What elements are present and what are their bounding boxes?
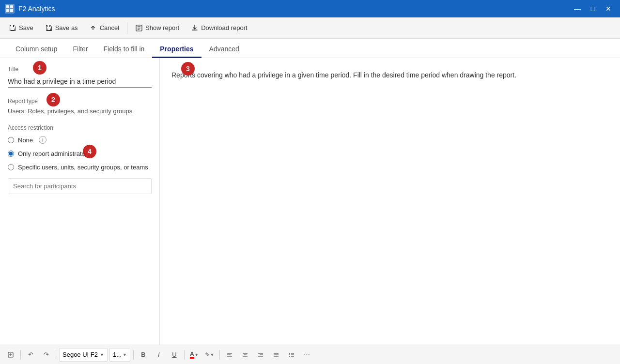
title-label: Title [8, 66, 152, 73]
download-icon [191, 24, 199, 32]
insert-button[interactable] [4, 348, 17, 362]
title-field-group: 1 Title [8, 66, 152, 88]
show-report-label: Show report [145, 24, 179, 31]
radio-admin-item: 4 Only report administrators [8, 150, 152, 158]
app-title: F2 Analytics [18, 5, 55, 13]
list-button[interactable] [285, 348, 298, 362]
svg-point-27 [289, 356, 290, 357]
access-restriction-group: Access restriction None i 4 [8, 124, 152, 194]
svg-point-23 [289, 353, 290, 354]
report-type-value: Users: Roles, privileges, and security g… [8, 107, 152, 115]
tab-advanced[interactable]: Advanced [202, 41, 247, 58]
tab-column-setup[interactable]: Column setup [8, 41, 65, 58]
radio-none-label: None [18, 136, 33, 145]
redo-button[interactable]: ↷ [39, 348, 53, 362]
save-as-icon [45, 24, 53, 32]
align-center-button[interactable] [238, 348, 252, 362]
title-bar-left: F2 Analytics [5, 4, 55, 14]
save-icon [9, 24, 16, 32]
close-button[interactable]: ✕ [602, 2, 615, 15]
radio-specific-input[interactable] [8, 164, 14, 170]
toolbar: Save Save as Cancel Show report Download… [0, 17, 620, 39]
title-bar: F2 Analytics — □ ✕ [0, 0, 620, 17]
report-type-field-group: 2 Report type Users: Roles, privileges, … [8, 98, 152, 115]
font-color-chevron-icon: ▼ [194, 352, 199, 357]
align-left-button[interactable] [223, 348, 236, 362]
badge-3: 3 [181, 62, 195, 76]
radio-group: None i 4 Only report administrators [8, 136, 152, 172]
undo-button[interactable]: ↶ [24, 348, 37, 362]
radio-specific-item: Specific users, units, security groups, … [8, 163, 152, 172]
bottom-toolbar: ↶ ↷ Segoe UI F2 ▼ 1... ▼ B I U A ▼ ✎ ▼ ⋯ [0, 345, 620, 364]
toolbar-separator [127, 22, 127, 34]
more-button[interactable]: ⋯ [300, 348, 314, 362]
search-participants-input[interactable] [8, 178, 152, 194]
right-panel: 3 Reports covering who had a privilege i… [160, 58, 620, 345]
left-panel: 1 Title 2 Report type Users: Roles, priv… [0, 58, 160, 345]
svg-rect-0 [6, 5, 9, 8]
underline-button[interactable]: U [168, 348, 181, 362]
report-type-label: Report type [8, 98, 152, 105]
badge-2: 2 [46, 93, 60, 106]
tab-filter[interactable]: Filter [65, 41, 95, 58]
minimize-button[interactable]: — [571, 2, 584, 15]
maximize-button[interactable]: □ [586, 2, 600, 15]
cancel-button[interactable]: Cancel [85, 20, 124, 36]
bottom-sep-5 [219, 350, 220, 360]
title-bar-controls: — □ ✕ [571, 2, 615, 15]
cancel-label: Cancel [100, 24, 119, 31]
size-chevron-icon: ▼ [123, 352, 127, 357]
badge-1: 1 [33, 61, 46, 75]
font-color-icon: A [190, 351, 194, 359]
radio-admin-label: Only report administrators [18, 150, 91, 158]
tab-fields-to-fill-in[interactable]: Fields to fill in [96, 41, 153, 58]
font-name: Segoe UI F2 [62, 351, 98, 358]
justify-button[interactable] [269, 348, 283, 362]
badge-4: 4 [83, 145, 96, 158]
font-size-selector[interactable]: 1... ▼ [109, 348, 130, 362]
highlight-button[interactable]: ✎ ▼ [203, 348, 217, 362]
font-chevron-icon: ▼ [100, 352, 104, 357]
save-as-button[interactable]: Save as [40, 20, 83, 36]
tab-bar: Column setup Filter Fields to fill in Pr… [0, 39, 620, 58]
download-report-button[interactable]: Download report [186, 20, 252, 36]
align-right-button[interactable] [254, 348, 267, 362]
svg-rect-3 [10, 9, 13, 12]
save-button[interactable]: Save [4, 20, 38, 36]
highlight-icon: ✎ [205, 351, 210, 358]
bottom-sep-4 [184, 350, 185, 360]
radio-admin-input[interactable] [8, 151, 14, 157]
access-restriction-label: Access restriction [8, 124, 152, 131]
bottom-sep-2 [56, 350, 56, 360]
tab-properties[interactable]: Properties [152, 41, 201, 58]
save-label: Save [19, 24, 33, 31]
font-size: 1... [113, 351, 122, 358]
cancel-icon [90, 24, 97, 32]
radio-none-input[interactable] [8, 137, 14, 143]
radio-none-item: None i [8, 136, 152, 145]
app-icon [5, 4, 15, 14]
bottom-sep-1 [20, 350, 21, 360]
none-info-icon[interactable]: i [39, 136, 46, 144]
radio-specific-label: Specific users, units, security groups, … [18, 163, 148, 172]
main-content: 1 Title 2 Report type Users: Roles, priv… [0, 58, 620, 345]
font-color-button[interactable]: A ▼ [187, 348, 201, 362]
show-report-button[interactable]: Show report [130, 20, 184, 36]
save-as-label: Save as [55, 24, 78, 31]
bottom-sep-3 [133, 350, 134, 360]
download-report-label: Download report [201, 24, 247, 31]
description-text: Reports covering who had a privilege in … [171, 70, 608, 80]
highlight-chevron-icon: ▼ [210, 352, 214, 357]
italic-button[interactable]: I [152, 348, 166, 362]
svg-point-25 [289, 354, 290, 355]
font-selector[interactable]: Segoe UI F2 ▼ [59, 348, 108, 362]
svg-rect-2 [6, 9, 9, 12]
title-input[interactable] [8, 76, 152, 88]
show-report-icon [135, 24, 143, 32]
svg-rect-1 [10, 5, 13, 8]
bold-button[interactable]: B [137, 348, 150, 362]
